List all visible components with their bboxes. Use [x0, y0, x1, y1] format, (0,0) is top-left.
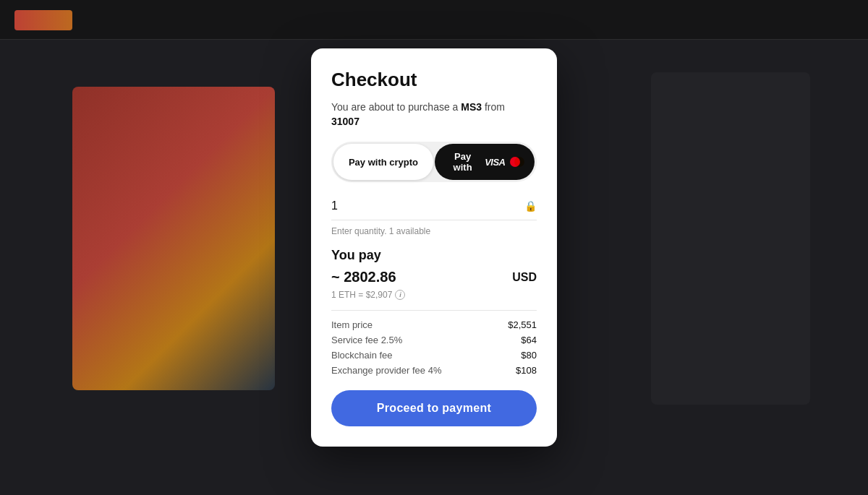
mc-orange-circle — [514, 157, 524, 167]
fee-label: Item price — [331, 319, 373, 330]
fee-value: $64 — [521, 335, 537, 345]
proceed-button[interactable]: Proceed to payment — [331, 390, 537, 426]
pay-crypto-button[interactable]: Pay with crypto — [333, 144, 433, 180]
lock-icon: 🔒 — [524, 200, 537, 212]
fee-row: Blockchain fee$80 — [331, 350, 537, 361]
amount-row: ~ 2802.86 USD — [331, 269, 537, 285]
eth-rate-row: 1 ETH = $2,907 i — [331, 290, 537, 300]
fee-row: Exchange provider fee 4%$108 — [331, 365, 537, 376]
subtitle-text: You are about to purchase a — [331, 101, 458, 113]
quantity-row: 1 🔒 — [331, 199, 537, 220]
you-pay-label: You pay — [331, 248, 537, 263]
fee-label: Blockchain fee — [331, 350, 393, 361]
pay-with-label: Pay with — [445, 151, 480, 173]
fee-row: Item price$2,551 — [331, 319, 537, 330]
visa-label: VISA — [485, 157, 505, 168]
bg-logo — [14, 10, 72, 30]
quantity-value: 1 — [331, 199, 338, 212]
bg-header — [0, 0, 868, 40]
quantity-hint: Enter quantity. 1 available — [331, 226, 537, 236]
payment-toggle: Pay with crypto Pay with VISA — [331, 142, 537, 182]
fee-value: $80 — [521, 350, 537, 361]
amount-currency: USD — [512, 271, 537, 284]
fee-breakdown: Item price$2,551Service fee 2.5%$64Block… — [331, 310, 537, 376]
fee-label: Exchange provider fee 4% — [331, 365, 441, 376]
amount-value: ~ 2802.86 — [331, 269, 396, 285]
fee-row: Service fee 2.5%$64 — [331, 335, 537, 345]
fee-value: $108 — [516, 365, 537, 376]
modal-title: Checkout — [331, 69, 537, 91]
eth-rate-text: 1 ETH = $2,907 — [331, 290, 392, 300]
bg-right-panel — [651, 72, 810, 405]
bg-left-image — [72, 87, 275, 390]
pay-card-button[interactable]: Pay with VISA — [435, 144, 535, 180]
fee-value: $2,551 — [508, 319, 537, 330]
checkout-modal: Checkout You are about to purchase a MS3… — [311, 48, 557, 447]
modal-subtitle: You are about to purchase a MS3 from — [331, 101, 537, 113]
backdrop: Checkout You are about to purchase a MS3… — [0, 0, 868, 495]
from-text: from — [485, 101, 505, 113]
fee-label: Service fee 2.5% — [331, 335, 402, 345]
mastercard-icon — [510, 157, 525, 167]
info-icon[interactable]: i — [395, 290, 405, 300]
item-name: MS3 — [461, 101, 482, 113]
seller-name: 31007 — [331, 116, 537, 127]
